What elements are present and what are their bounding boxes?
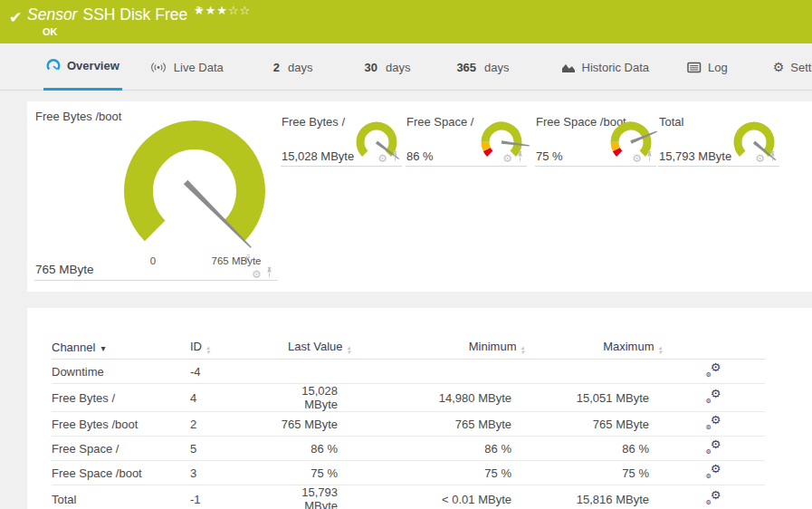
settings-gear-icon: ⚙ (773, 60, 785, 74)
gauge-block-free-space-boot: Free Space /boot 75 % ⚙ (535, 115, 656, 167)
sort-icon[interactable]: ▴▾ (206, 345, 210, 354)
column-header-maximum[interactable]: Maximum▴▾ (524, 335, 662, 360)
sort-icon[interactable]: ▴▾ (521, 345, 524, 354)
table-row-total: Total -1 15,793 MByte < 0.01 MByte 15,81… (52, 485, 765, 509)
sort-icon[interactable]: ▴▾ (347, 345, 350, 354)
gauge-tools: ⚙ (632, 151, 654, 164)
tab-label: Live Data (174, 61, 224, 74)
minimum-cell: 765 MByte (350, 412, 524, 437)
pin-icon[interactable] (516, 151, 524, 164)
tab-number: 30 (364, 61, 377, 74)
channel-settings-icon[interactable]: ⚙⚙ (706, 416, 721, 429)
table-row-free-bytes-boot: Free Bytes /boot 2 765 MByte 765 MByte 7… (52, 412, 765, 437)
gauge-tools: ⚙ (502, 151, 524, 164)
tab-label: days (386, 61, 410, 74)
pin-icon[interactable] (769, 151, 777, 164)
channel-cell: Free Space / (52, 437, 190, 461)
table-row-free-space-boot: Free Space /boot 3 75 % 75 % 75 % ⚙⚙ (52, 461, 765, 485)
table-header-row: Channel▾ ID▴▾ Last Value▴▾ Minimum▴▾ Max… (52, 335, 765, 360)
tab-30-days[interactable]: 30 days (361, 43, 413, 91)
channel-settings-icon[interactable]: ⚙⚙ (706, 389, 721, 403)
page-title: Sensor SSH Disk Free ⚐ (27, 5, 204, 24)
id-cell: 3 (190, 461, 273, 485)
minimum-cell: 14,980 MByte (350, 384, 524, 412)
tab-historic-data[interactable]: Historic Data (559, 43, 652, 91)
sort-desc-icon[interactable]: ▾ (100, 343, 105, 353)
channel-cell: Total (52, 485, 190, 509)
id-cell: 5 (190, 437, 273, 461)
gauge-block-total: Total 15,793 MByte ⚙ (658, 115, 779, 167)
id-cell: -4 (190, 360, 273, 384)
last-value-cell (273, 360, 350, 384)
maximum-cell: 15,051 MByte (524, 384, 662, 412)
tab-bar: Overview Live Data 2 days 30 days 365 da… (0, 43, 812, 91)
tab-label: Log (708, 61, 728, 74)
tab-365-days[interactable]: 365 days (454, 43, 511, 91)
priority-stars[interactable]: ★★★☆☆ (194, 4, 251, 17)
gauges-panel: Free Bytes /boot x̄ 0 765 MByte 765 MByt… (27, 101, 812, 292)
gauge-title: Free Bytes / (282, 115, 345, 129)
id-cell: 4 (190, 384, 273, 412)
maximum-cell: 765 MByte (524, 412, 662, 437)
column-header-id[interactable]: ID▴▾ (190, 335, 273, 360)
gear-icon[interactable]: ⚙ (632, 153, 642, 164)
secondary-gauges: Free Bytes / 15,028 MByte ⚙ Free Space / (281, 115, 779, 167)
last-value-cell: 765 MByte (273, 412, 350, 437)
last-value-cell: 86 % (273, 437, 350, 461)
channel-settings-icon[interactable]: ⚙⚙ (706, 491, 721, 504)
log-list-icon (687, 62, 702, 73)
primary-gauge-value: 765 MByte (35, 263, 94, 276)
status-ok-check-icon: ✔ (9, 8, 22, 27)
gear-icon[interactable]: ⚙ (252, 269, 262, 280)
divider (34, 280, 278, 281)
minimum-cell: 86 % (350, 437, 524, 461)
last-value-cell: 15,793 MByte (273, 485, 350, 509)
channel-settings-icon[interactable]: ⚙⚙ (706, 440, 721, 454)
gauge-arc (139, 135, 251, 231)
column-header-minimum[interactable]: Minimum▴▾ (350, 335, 524, 360)
prtg-sensor-page: ✔ Sensor SSH Disk Free ⚐ ★★★☆☆ OK Overvi… (0, 0, 812, 509)
pin-icon[interactable] (645, 151, 654, 164)
gear-icon[interactable]: ⚙ (755, 153, 765, 164)
id-cell: -1 (190, 485, 273, 509)
tab-label: Settings (790, 61, 812, 74)
table-row-downtime: Downtime -4 ⚙⚙ (52, 360, 765, 384)
column-header-last-value[interactable]: Last Value▴▾ (273, 335, 350, 360)
sort-icon[interactable]: ▴▾ (658, 345, 662, 354)
channel-settings-icon[interactable]: ⚙⚙ (706, 465, 721, 478)
tab-live-data[interactable]: Live Data (147, 43, 226, 91)
maximum-cell: 75 % (524, 461, 662, 485)
maximum-cell: 86 % (524, 437, 662, 461)
column-header-channel[interactable]: Channel▾ (52, 335, 190, 360)
tab-label: days (484, 61, 509, 74)
minimum-cell (350, 360, 524, 384)
tab-2-days[interactable]: 2 days (271, 43, 316, 91)
tab-number: 2 (273, 61, 280, 74)
gauge-icon (46, 59, 61, 72)
gauge-value: 86 % (406, 149, 434, 163)
tab-overview[interactable]: Overview (43, 43, 122, 91)
last-value-cell: 75 % (273, 461, 350, 485)
gear-icon[interactable]: ⚙ (377, 153, 387, 164)
last-value-cell: 15,028 MByte (273, 384, 350, 412)
tab-label: days (288, 61, 312, 74)
pin-icon[interactable] (265, 267, 273, 280)
gauge-block-free-space-root: Free Space / 86 % ⚙ (406, 115, 527, 167)
gauge-tools: ⚙ (252, 267, 273, 280)
channel-cell: Free Space /boot (52, 461, 190, 485)
tab-number: 365 (456, 61, 476, 74)
status-badge: OK (43, 26, 58, 37)
channel-table-panel: Channel▾ ID▴▾ Last Value▴▾ Minimum▴▾ Max… (27, 308, 812, 509)
minimum-cell: < 0.01 MByte (350, 485, 524, 509)
minimum-cell: 75 % (350, 461, 524, 485)
tab-log[interactable]: Log (684, 43, 731, 91)
gear-icon[interactable]: ⚙ (502, 153, 512, 164)
gauge-block-free-bytes-root: Free Bytes / 15,028 MByte ⚙ (281, 115, 402, 167)
tab-label: Historic Data (582, 61, 649, 74)
maximum-cell (524, 360, 662, 384)
pin-icon[interactable] (391, 151, 399, 164)
channel-settings-icon[interactable]: ⚙⚙ (706, 363, 721, 377)
tab-settings[interactable]: ⚙ Settings (770, 43, 812, 91)
gauge-title: Free Space / (406, 115, 473, 129)
gauge-tools: ⚙ (377, 151, 399, 164)
